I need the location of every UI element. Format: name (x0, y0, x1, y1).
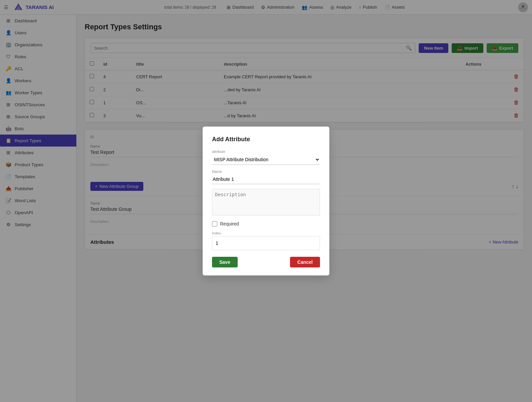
add-attribute-modal: Add Attribute attribute MISP Attribute D… (203, 127, 329, 275)
cancel-button[interactable]: Cancel (290, 257, 320, 267)
save-button[interactable]: Save (212, 257, 238, 267)
index-field: Index (212, 231, 320, 250)
required-label: Required (220, 221, 239, 226)
modal-overlay: Add Attribute attribute MISP Attribute D… (0, 0, 532, 402)
index-container (212, 236, 320, 250)
modal-actions: Save Cancel (212, 257, 320, 267)
name-field-label: Name (212, 170, 320, 174)
index-label: Index (212, 231, 320, 235)
attribute-dropdown[interactable]: MISP Attribute Distribution (212, 155, 320, 165)
name-field: Name (212, 170, 320, 184)
attribute-field: attribute MISP Attribute Distribution (212, 150, 320, 165)
description-field (212, 189, 320, 216)
modal-title: Add Attribute (212, 136, 320, 143)
required-checkbox[interactable] (212, 221, 217, 226)
attribute-dropdown-label: attribute (212, 150, 320, 154)
index-input[interactable] (215, 238, 317, 248)
name-input[interactable] (212, 175, 320, 184)
required-row: Required (212, 221, 320, 226)
description-textarea[interactable] (212, 189, 320, 215)
